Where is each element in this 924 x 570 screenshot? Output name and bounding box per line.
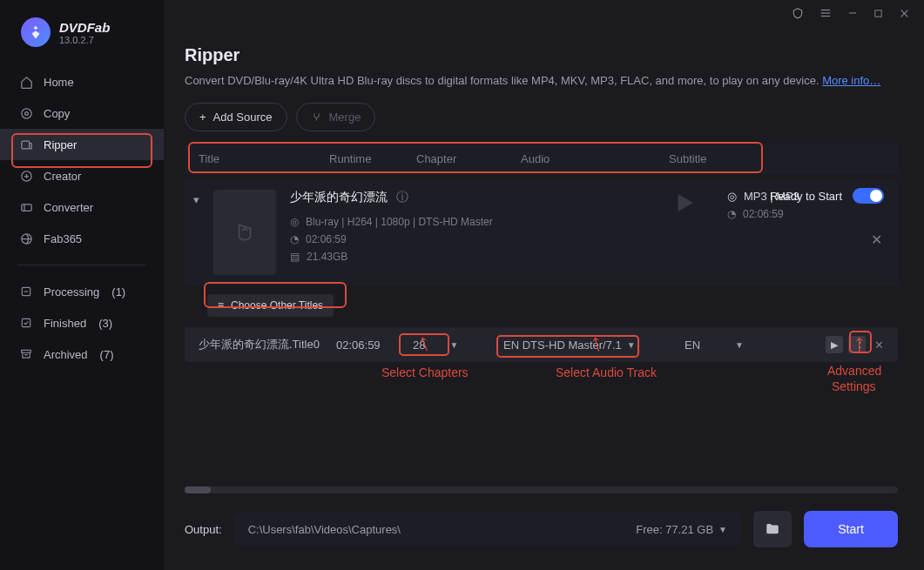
logo-icon xyxy=(21,17,51,47)
svg-rect-11 xyxy=(21,204,30,211)
archived-count: (7) xyxy=(100,348,114,361)
ripper-icon xyxy=(19,137,33,151)
source-duration: 02:06:59 xyxy=(306,233,347,245)
info-icon[interactable]: ⓘ xyxy=(396,190,408,205)
sidebar-item-label: Ripper xyxy=(44,138,77,151)
sidebar-item-archived[interactable]: Archived (7) xyxy=(0,339,164,370)
sidebar-item-fab365[interactable]: Fab365 xyxy=(0,223,164,254)
sidebar-item-processing[interactable]: Processing (1) xyxy=(0,276,164,307)
chevron-down-icon: ▼ xyxy=(718,525,727,534)
title-row: 少年派的奇幻漂流.Title0 02:06:59 28 ▼ EN DTS-HD … xyxy=(185,327,898,362)
svg-rect-9 xyxy=(21,141,29,149)
home-icon xyxy=(19,75,33,89)
free-space-text: Free: 77.21 GB xyxy=(636,523,713,536)
sidebar-item-label: Processing xyxy=(44,285,99,298)
sidebar-item-label: Creator xyxy=(44,170,81,183)
annotation-label-advanced1: Advanced xyxy=(827,364,881,378)
archived-icon xyxy=(19,347,33,361)
start-button[interactable]: Start xyxy=(804,511,898,547)
column-headers: Title Runtime Chapter Audio Subtitle xyxy=(185,144,898,174)
disc-icon: ◎ xyxy=(727,190,737,203)
preview-button[interactable]: ▶ xyxy=(826,336,843,353)
converter-icon xyxy=(19,200,33,214)
brand-name: DVDFab xyxy=(59,20,110,35)
column-chapter: Chapter xyxy=(416,152,521,165)
disc-icon: ◎ xyxy=(290,216,299,228)
subtitle-dropdown[interactable]: EN ▼ xyxy=(685,339,780,352)
source-title: 少年派的奇幻漂流 xyxy=(290,190,388,205)
chevron-down-icon: ▼ xyxy=(627,340,636,350)
sidebar-item-label: Copy xyxy=(44,107,70,120)
ready-label: Ready to Start xyxy=(770,190,842,203)
sidebar-item-ripper[interactable]: Ripper xyxy=(0,129,164,160)
processing-icon xyxy=(19,285,33,298)
browse-folder-button[interactable] xyxy=(753,511,792,547)
column-audio: Audio xyxy=(521,152,669,165)
sidebar-item-copy[interactable]: Copy xyxy=(0,97,164,129)
sidebar-item-label: Fab365 xyxy=(44,232,82,245)
sidebar-item-label: Converter xyxy=(44,201,93,214)
source-format: Blu-ray | H264 | 1080p | DTS-HD Master xyxy=(306,216,493,228)
more-info-link[interactable]: More info… xyxy=(822,74,880,87)
remove-title-button[interactable]: ✕ xyxy=(874,339,884,352)
main-content: Ripper Convert DVD/Blu-ray/4K Ultra HD B… xyxy=(164,0,924,570)
title-runtime: 02:06:59 xyxy=(336,339,399,352)
convert-arrow-icon xyxy=(671,190,698,275)
brand-version: 13.0.2.7 xyxy=(59,35,110,45)
choose-other-titles-button[interactable]: ≡ Choose Other Titles xyxy=(207,294,334,317)
sidebar-separator xyxy=(17,265,146,265)
output-label: Output: xyxy=(185,523,222,536)
svg-point-7 xyxy=(21,108,30,117)
source-block: ▾ 少年派的奇幻漂流 ⓘ ◎ Blu-ray | H264 | 1080p | … xyxy=(185,179,898,285)
sidebar-item-label: Home xyxy=(44,76,74,89)
svg-point-8 xyxy=(24,111,28,115)
finished-icon xyxy=(19,316,33,330)
sidebar-item-label: Archived xyxy=(44,348,88,361)
sidebar: DVDFab 13.0.2.7 Home Copy Ripper Creator… xyxy=(0,0,164,570)
clock-icon: ◔ xyxy=(727,208,736,220)
svg-rect-16 xyxy=(22,350,31,352)
footer: Output: C:\Users\fab\Videos\Captures\ Fr… xyxy=(185,511,898,547)
size-icon: ▤ xyxy=(290,251,300,263)
finished-count: (3) xyxy=(98,317,112,330)
ready-toggle[interactable] xyxy=(853,188,884,204)
merge-button[interactable]: Merge xyxy=(296,103,376,131)
page-description: Convert DVD/Blu-ray/4K Ultra HD Blu-ray … xyxy=(185,74,898,87)
source-thumbnail xyxy=(213,190,276,275)
expand-source-toggle[interactable]: ▾ xyxy=(193,190,199,275)
processing-count: (1) xyxy=(111,285,125,298)
add-source-button[interactable]: + Add Source xyxy=(185,103,287,131)
output-path-field[interactable]: C:\Users\fab\Videos\Captures\ Free: 77.2… xyxy=(234,513,741,547)
sidebar-item-finished[interactable]: Finished (3) xyxy=(0,307,164,339)
column-subtitle: Subtitle xyxy=(669,152,756,165)
column-title: Title xyxy=(199,152,329,165)
plus-icon: + xyxy=(199,111,206,124)
remove-source-button[interactable]: ✕ xyxy=(871,231,882,248)
sidebar-item-label: Finished xyxy=(44,317,86,330)
chevron-down-icon: ▼ xyxy=(449,340,458,350)
toolbar: + Add Source Merge xyxy=(185,103,898,131)
copy-icon xyxy=(19,106,33,120)
annotation-label-advanced2: Settings xyxy=(832,379,876,393)
sidebar-item-converter[interactable]: Converter xyxy=(0,191,164,223)
chevron-down-icon: ▼ xyxy=(735,340,744,350)
sidebar-item-home[interactable]: Home xyxy=(0,66,164,97)
output-duration: 02:06:59 xyxy=(743,208,784,220)
fab365-icon xyxy=(19,231,33,245)
horizontal-scrollbar[interactable] xyxy=(185,486,898,493)
scrollbar-thumb[interactable] xyxy=(185,486,211,493)
annotation-label-audio: Select Audio Track xyxy=(556,365,657,379)
output-path-text: C:\Users\fab\Videos\Captures\ xyxy=(248,523,401,536)
annotation-label-chapters: Select Chapters xyxy=(381,365,469,379)
title-name: 少年派的奇幻漂流.Title0 xyxy=(199,337,329,352)
sidebar-item-creator[interactable]: Creator xyxy=(0,160,164,191)
clock-icon: ◔ xyxy=(290,233,299,245)
logo-block: DVDFab 13.0.2.7 xyxy=(0,17,164,66)
merge-icon xyxy=(311,111,322,123)
column-runtime: Runtime xyxy=(329,152,416,165)
page-title: Ripper xyxy=(185,45,898,65)
annotation-arrow: ↑ xyxy=(853,329,866,357)
list-icon: ≡ xyxy=(218,299,224,312)
creator-icon xyxy=(19,169,33,183)
source-size: 21.43GB xyxy=(307,251,347,263)
